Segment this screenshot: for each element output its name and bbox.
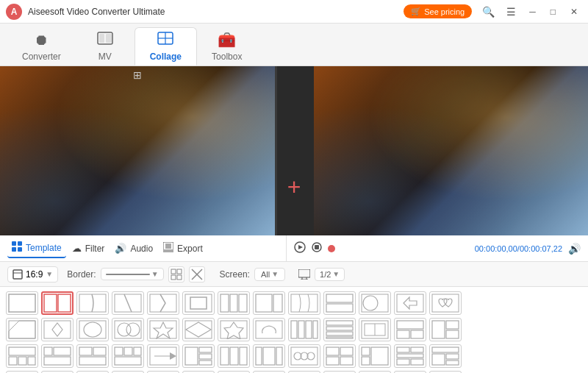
template-r3-3[interactable]	[76, 344, 109, 368]
svg-rect-14	[163, 249, 173, 252]
template-r2-8[interactable]	[253, 318, 285, 341]
template-r2-7[interactable]	[218, 318, 250, 341]
template-heart[interactable]	[429, 291, 462, 315]
template-r3-7[interactable]	[218, 344, 250, 368]
filter-tab-icon: ☁	[72, 243, 82, 254]
screen-selector[interactable]: All ▼	[254, 268, 285, 281]
tab-toolbox[interactable]: 🧰 Toolbox	[197, 27, 257, 65]
svg-rect-11	[18, 247, 22, 252]
template-r3-2[interactable]	[41, 344, 74, 368]
template-row-1	[6, 291, 582, 315]
svg-rect-95	[115, 347, 123, 355]
svg-rect-37	[150, 294, 176, 312]
svg-marker-64	[186, 322, 211, 337]
volume-icon[interactable]: 🔊	[568, 243, 581, 255]
svg-rect-122	[362, 357, 370, 365]
template-split-vertical[interactable]	[41, 291, 74, 315]
svg-rect-120	[362, 347, 370, 355]
template-r3-13[interactable]	[429, 344, 462, 368]
template-r2-4[interactable]	[112, 318, 144, 341]
template-r3-9[interactable]	[288, 344, 320, 368]
ratio-selector[interactable]: 16:9 ▼	[7, 266, 58, 283]
pattern-button-2[interactable]	[189, 266, 205, 283]
template-three-col[interactable]	[218, 291, 250, 315]
add-clip-button[interactable]: +	[287, 173, 301, 200]
pattern-button-1[interactable]	[168, 266, 184, 283]
svg-rect-23	[171, 275, 176, 280]
template-r2-2[interactable]	[41, 318, 74, 341]
tab-mv[interactable]: MV	[76, 27, 135, 65]
template-r3-1[interactable]	[6, 344, 38, 368]
search-icon[interactable]: 🔍	[479, 4, 498, 19]
svg-rect-128	[432, 347, 459, 352]
template-arrows[interactable]	[394, 291, 426, 315]
svg-rect-58	[115, 321, 141, 338]
monitor-selector[interactable]: 1/2 ▼	[315, 268, 345, 281]
template-horizontal-split[interactable]	[323, 291, 356, 315]
stop-button[interactable]	[312, 242, 322, 255]
template-oval-left[interactable]	[359, 291, 391, 315]
svg-rect-103	[199, 347, 212, 352]
template-wide-narrow[interactable]	[253, 291, 285, 315]
pricing-button[interactable]: 🛒 See pricing	[404, 4, 472, 18]
border-line-selector[interactable]: ▼	[101, 268, 164, 280]
svg-rect-67	[256, 321, 282, 338]
template-two-wave[interactable]	[288, 291, 320, 315]
template-r3-11[interactable]	[359, 344, 391, 368]
video-panel-left[interactable]: ⊞	[0, 66, 277, 235]
svg-rect-27	[298, 269, 310, 277]
svg-rect-127	[411, 359, 423, 365]
template-wave-left[interactable]	[76, 291, 109, 315]
svg-rect-126	[397, 359, 409, 365]
template-r2-11[interactable]	[359, 318, 391, 341]
template-r2-5[interactable]	[147, 318, 179, 341]
template-r3-6[interactable]	[182, 344, 215, 368]
svg-rect-121	[371, 347, 388, 365]
border-control: Border: ▼	[67, 266, 204, 283]
template-r2-6[interactable]	[182, 318, 215, 341]
template-r3-5[interactable]	[147, 344, 179, 368]
svg-rect-123	[397, 347, 409, 352]
svg-rect-90	[54, 347, 71, 355]
template-r2-3[interactable]	[76, 318, 109, 341]
tab-collage[interactable]: Collage	[135, 27, 197, 65]
svg-rect-117	[340, 347, 353, 355]
play-button[interactable]	[294, 241, 306, 256]
template-r3-12[interactable]	[394, 344, 426, 368]
template-r2-12[interactable]	[394, 318, 426, 341]
svg-rect-111	[276, 347, 282, 365]
maximize-button[interactable]: □	[546, 5, 560, 18]
close-button[interactable]: ✕	[566, 5, 582, 18]
svg-rect-92	[79, 347, 92, 355]
template-r2-9[interactable]	[288, 318, 320, 341]
pricing-icon: 🛒	[411, 7, 421, 16]
tab-converter[interactable]: ⏺ Converter	[7, 27, 76, 65]
ctrl-tab-export[interactable]: Export	[159, 239, 207, 257]
svg-rect-4	[106, 34, 112, 43]
menu-icon[interactable]: ☰	[503, 4, 519, 19]
ctrl-tab-filter[interactable]: ☁ Filter	[68, 240, 110, 257]
svg-rect-82	[432, 321, 445, 338]
svg-rect-98	[115, 357, 141, 365]
minimize-button[interactable]: ─	[525, 5, 540, 18]
svg-rect-45	[291, 294, 318, 312]
ctrl-tab-template[interactable]: Template	[7, 238, 66, 258]
template-diagonal-left[interactable]	[112, 291, 144, 315]
left-video-bg: ⊞	[0, 66, 275, 235]
ctrl-tab-audio[interactable]: 🔊 Audio	[110, 240, 157, 257]
template-r2-10[interactable]	[323, 318, 356, 341]
svg-rect-3	[99, 34, 104, 43]
template-arrow-left[interactable]	[147, 291, 179, 315]
template-row-2	[6, 318, 582, 341]
template-r2-1[interactable]	[6, 318, 38, 341]
template-r3-10[interactable]	[323, 344, 356, 368]
video-panel-right[interactable]	[314, 66, 589, 235]
template-r2-13[interactable]	[429, 318, 462, 341]
time-display: 00:00:00,00/00:00:07,22	[475, 244, 562, 253]
template-box[interactable]	[182, 291, 215, 315]
border-chevron-icon: ▼	[151, 270, 159, 278]
template-r3-4[interactable]	[112, 344, 144, 368]
svg-rect-112	[291, 347, 318, 365]
template-single[interactable]	[6, 291, 38, 315]
template-r3-8[interactable]	[253, 344, 285, 368]
